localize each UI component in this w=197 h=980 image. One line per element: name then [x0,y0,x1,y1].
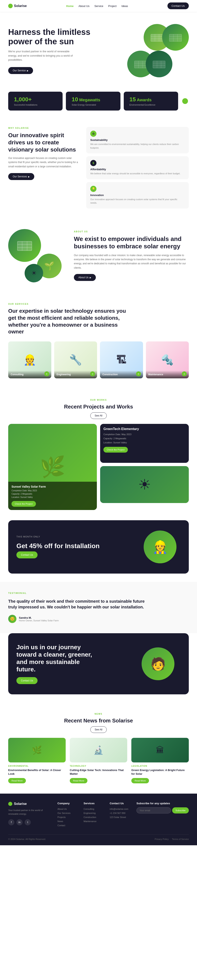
news-see-all-button[interactable]: See All [90,726,107,733]
stat-card-installations: 1,000+ Successful Installations [8,92,62,111]
footer-company-title: Company [58,802,75,805]
promo-image: 👷 [139,528,181,565]
about-desc: Our company was founded with a clear mis… [74,253,189,270]
logo: Solarise [8,4,27,8]
why-features: ♻ Sustainability We are committed to env… [86,127,189,208]
testimonial-author: 😊 Sandra M. Home Owner, Sunset Valley So… [8,615,189,623]
arrow-icon: ▶ [28,175,30,178]
service-engineering: 🔧 Engineering + [54,341,97,379]
footer-link-consulting[interactable]: Consulting [83,808,101,810]
footer-privacy-link[interactable]: Privacy Policy [155,838,169,840]
hero-section: Harness the limitless power of the sun W… [0,12,197,86]
news-tag-2: Technology [70,765,127,767]
logo-icon [8,4,13,8]
service-construction-label: Construction [103,373,141,376]
nav-item-project[interactable]: Project [108,5,116,8]
footer-copyright: © 2024 Solarise. All Rights Reserved. [8,838,46,840]
footer-link-construction[interactable]: Construction [83,816,101,818]
service-engineering-label: Engineering [57,373,95,376]
footer-email: info@solarise.com [110,808,128,810]
news-image-2: 🔬 [70,738,127,762]
footer-phone: +1 234 567 890 [110,812,128,814]
facebook-icon[interactable]: f [8,819,14,826]
nav-item-home[interactable]: Home [66,5,74,8]
why-desc: Our innovative approach focuses on creat… [8,156,78,169]
twitter-icon[interactable]: t [25,819,31,826]
logo-text: Solarise [14,4,27,8]
news-read-button-2[interactable]: Read More [70,778,87,783]
author-avatar: 😊 [8,615,16,623]
author-role: Home Owner, Sunset Valley Solar Farm [19,619,59,622]
news-title: Recent News from Solarise [8,718,189,724]
footer-terms-link[interactable]: Terms of Service [172,838,189,840]
service-consulting-add-button[interactable]: + [44,371,49,376]
why-title: Our innovative spirit drives us to creat… [8,132,78,153]
join-cta-button[interactable]: Contact Us [16,677,38,684]
hero-subtitle: We're your trusted partner in the world … [8,49,74,62]
nav-contact-button[interactable]: Contact Us [167,2,189,9]
join-image: 🧑 [135,645,181,682]
projects-header: OUR WORKS Recent Projects and Works See … [8,399,189,419]
author-info: Sandra M. Home Owner, Sunset Valley Sola… [19,616,59,622]
service-engineering-add-button[interactable]: + [90,371,95,376]
project-greentech-cta-button[interactable]: Check the Project [103,447,128,453]
news-read-button-3[interactable]: Read More [131,778,149,783]
navigation: Solarise Home About Us Service Project I… [0,0,197,12]
footer-link-contact[interactable]: Contact [58,824,75,827]
subscribe-form: Subscribe [136,807,189,813]
news-read-button-1[interactable]: Read More [8,778,26,783]
news-label: NEWS [8,713,189,715]
projects-title: Recent Projects and Works [8,404,189,410]
arrow-icon: ▶ [27,70,29,72]
project-farm-cta-button[interactable]: Check the Project [11,501,36,507]
why-cta-button[interactable]: Our Services ▶ [8,173,34,180]
service-maintenance-add-button[interactable]: + [182,371,187,376]
news-headline-3: Green Energy Legislation: A Bright Futur… [131,768,189,776]
hero-circle-4 [146,51,172,77]
news-headline-1: Environmental Benefits of Solar: A Close… [8,768,66,776]
person-icon: 👷 [144,530,176,563]
footer-link-about[interactable]: About Us [58,808,75,810]
footer-services-title: Services [83,802,101,805]
testimonial-section: TESTIMONIAL The quality of their work an… [0,582,197,633]
footer-brand: Solarise Your trusted partner in the wor… [8,802,49,828]
stat-number-awards: 15 Awards [130,96,172,103]
construction-icon: 🏗 [116,354,127,366]
why-label: WHY SOLARISE [8,127,78,129]
svg-rect-15 [153,61,165,68]
project-greentech-meta: Completion Date: May 2023 Capacity: 2 Me… [103,433,186,445]
news-image-1: 🌿 [8,738,66,762]
footer-link-maintenance[interactable]: Maintenance [83,820,101,822]
hero-cta-button[interactable]: Our Service ▶ [8,67,33,74]
author-name: Sandra M. [19,616,59,619]
news-header: NEWS Recent News from Solarise See All [8,713,189,733]
nav-item-service[interactable]: Service [94,5,103,8]
footer-link-projects[interactable]: Projects [58,816,75,818]
projects-see-all-button[interactable]: See All [90,412,107,419]
promo-cta-button[interactable]: Contact Us [16,551,38,558]
nav-item-about[interactable]: About Us [78,5,89,8]
nav-item-ideas[interactable]: Ideas [122,5,128,8]
footer-link-news[interactable]: News [58,820,75,822]
project-card-image-bottom: ☀ [100,466,189,503]
about-cta-button[interactable]: About Us ▶ [74,274,96,281]
footer-company-col: Company About Us Our Services Projects N… [58,802,75,828]
sustainability-icon: ♻ [90,130,96,137]
subscribe-label: Subscribe for any updates [136,802,189,805]
service-construction-add-button[interactable]: + [136,371,141,376]
news-card-3: 🏛 Legislation Green Energy Legislation: … [131,738,189,783]
linkedin-icon[interactable]: in [16,819,22,826]
svg-rect-5 [169,34,182,41]
about-label: ABOUT US [74,231,189,233]
service-maintenance: 🔩 Maintenance + [146,341,189,379]
about-section: 🌱 ☀ ABOUT US We exist to empower individ… [0,219,197,293]
subscribe-input[interactable] [136,807,171,813]
feature-innovation-title: Innovation [90,194,185,197]
footer-link-engineering[interactable]: Engineering [83,812,101,814]
maintenance-icon: 🔩 [161,354,174,366]
footer-link-services[interactable]: Our Services [58,812,75,814]
footer-bottom-links: Privacy Policy Terms of Service [155,838,189,840]
subscribe-button[interactable]: Subscribe [172,807,189,813]
footer-top: Solarise Your trusted partner in the wor… [8,802,189,828]
innovation-icon: 💡 [90,186,96,192]
